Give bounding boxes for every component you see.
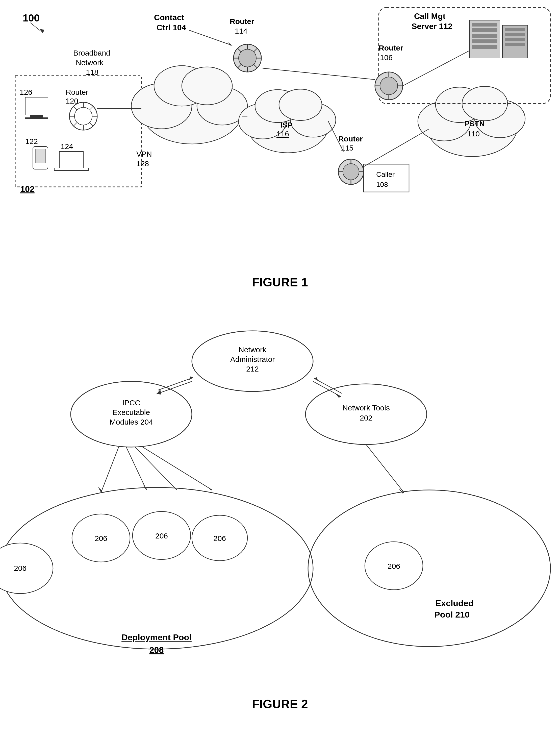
svg-rect-39	[472, 34, 497, 38]
figure2-title: FIGURE 2	[0, 697, 560, 711]
svg-point-24	[182, 67, 232, 105]
svg-point-29	[279, 89, 322, 120]
isp-116-label: 116	[276, 129, 289, 138]
svg-line-14	[90, 122, 93, 126]
svg-line-83	[158, 378, 193, 390]
svg-line-91	[101, 447, 119, 492]
svg-rect-3	[30, 115, 43, 117]
node206-5-label: 206	[388, 562, 400, 570]
svg-line-13	[73, 122, 77, 126]
router-106-num-label: 106	[380, 53, 393, 62]
pstn-110-label: 110	[467, 129, 480, 138]
svg-rect-46	[505, 43, 525, 46]
svg-line-76	[189, 30, 232, 45]
svg-line-97	[143, 447, 212, 490]
contact-ctrl-label: Contact	[154, 13, 184, 22]
node206-3-label: 206	[155, 532, 168, 540]
broadband-label2: Network	[76, 58, 104, 67]
svg-marker-98	[207, 486, 212, 490]
svg-point-48	[238, 49, 256, 67]
router-114-num-label: 114	[235, 27, 247, 35]
contact-ctrl-104-label: Ctrl 104	[156, 23, 186, 32]
svg-rect-38	[472, 28, 497, 32]
svg-rect-17	[59, 151, 83, 168]
svg-point-64	[343, 164, 359, 180]
svg-line-95	[135, 447, 177, 490]
excluded-pool-210-label: Pool 210	[434, 610, 470, 619]
svg-line-89	[366, 444, 404, 492]
svg-line-93	[126, 447, 146, 490]
vpn-128-label: 128	[136, 159, 149, 168]
ipcc-label2: Executable	[113, 408, 150, 416]
svg-rect-2	[25, 97, 48, 115]
svg-rect-4	[25, 117, 48, 119]
svg-rect-16	[35, 149, 45, 163]
router-114-label: Router	[230, 17, 254, 25]
node206-1-label: 206	[14, 564, 26, 572]
svg-line-75	[364, 129, 429, 167]
node206-4-label: 206	[213, 534, 226, 542]
network-admin-label2: Administrator	[230, 355, 275, 363]
svg-point-104	[308, 490, 550, 647]
pstn-label: PSTN	[465, 119, 485, 128]
call-mgt-server-label: Server 112	[412, 22, 453, 31]
svg-rect-45	[505, 38, 525, 41]
vpn-label: VPN	[136, 150, 152, 158]
network-tools-202-label: 202	[360, 414, 373, 422]
svg-line-74	[403, 50, 470, 86]
fig1-label-100: 100	[23, 12, 40, 23]
figure1-title: FIGURE 1	[0, 275, 560, 289]
node206-2-label: 206	[95, 534, 107, 542]
svg-line-12	[90, 106, 93, 110]
svg-point-58	[380, 77, 398, 95]
caller-108-label: 108	[376, 180, 388, 189]
site-102-label: 102	[20, 184, 35, 194]
router-115-label: Router	[338, 134, 363, 143]
call-mgt-label: Call Mgt	[414, 12, 446, 21]
svg-marker-88	[314, 377, 318, 381]
excluded-pool-label: Excluded	[435, 598, 473, 608]
figure1-diagram: 100 102 126 Router 120 122 124 Broadband…	[0, 0, 560, 303]
isp-label: ISP	[280, 121, 293, 129]
svg-rect-44	[505, 33, 525, 36]
network-tools-label: Network Tools	[342, 404, 390, 412]
router-106-label: Router	[379, 44, 403, 52]
svg-rect-18	[54, 168, 88, 170]
svg-rect-40	[472, 39, 497, 43]
label-122: 122	[25, 137, 38, 145]
deployment-pool-label: Deployment Pool	[121, 633, 192, 642]
label-124: 124	[61, 142, 73, 150]
svg-point-6	[74, 107, 92, 125]
svg-line-0	[30, 23, 43, 33]
svg-rect-37	[472, 23, 497, 26]
label-126: 126	[20, 88, 32, 96]
broadband-label: Broadband	[73, 49, 110, 57]
deployment-pool-208-label: 208	[149, 645, 164, 655]
figure2-diagram: Network Administrator 212 Network Tools …	[0, 316, 560, 707]
svg-rect-43	[505, 28, 525, 31]
caller-label: Caller	[376, 170, 395, 178]
network-admin-label1: Network	[238, 346, 266, 354]
broadband-label3: 118	[86, 68, 98, 76]
ipcc-label1: IPCC	[122, 399, 140, 407]
svg-marker-84	[189, 376, 193, 380]
svg-line-11	[73, 106, 77, 110]
network-admin-212-label: 212	[246, 365, 259, 373]
ipcc-modules-label: Modules 204	[110, 418, 153, 426]
svg-rect-41	[472, 45, 497, 49]
svg-line-73	[262, 68, 375, 79]
label-router-120: Router	[66, 88, 88, 96]
